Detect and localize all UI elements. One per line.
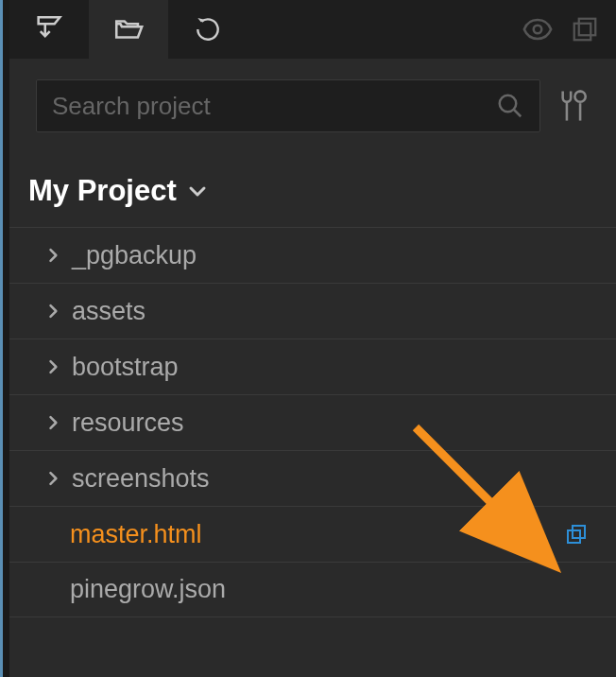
import-button[interactable] — [9, 0, 89, 59]
tree-item-label: resources — [72, 408, 184, 438]
tree-folder-resources[interactable]: resources — [9, 394, 616, 450]
search-row — [9, 59, 616, 148]
refresh-icon — [193, 14, 223, 44]
search-box[interactable] — [36, 79, 540, 132]
settings-button[interactable] — [557, 88, 590, 124]
tree-item-label: master.html — [70, 520, 202, 549]
tree-item-label: pinegrow.json — [70, 575, 226, 604]
svg-rect-8 — [573, 526, 585, 538]
windows-icon[interactable] — [571, 15, 599, 43]
svg-point-0 — [534, 26, 542, 34]
chevron-right-icon — [43, 302, 62, 321]
panel-toolbar — [9, 0, 616, 59]
tree-item-label: screenshots — [72, 464, 210, 494]
search-icon — [496, 92, 524, 120]
svg-point-7 — [574, 91, 585, 101]
project-title: My Project — [28, 174, 177, 208]
search-input[interactable] — [52, 92, 496, 121]
chevron-down-icon — [186, 180, 209, 202]
tree-file-pinegrow-json[interactable]: pinegrow.json — [9, 562, 616, 617]
svg-line-4 — [514, 110, 522, 117]
chevron-right-icon — [43, 413, 62, 432]
svg-rect-1 — [579, 19, 596, 36]
chevron-right-icon — [43, 469, 62, 488]
project-panel: My Project _pgbackup assets bootstrap — [9, 0, 616, 677]
tree-folder-screenshots[interactable]: screenshots — [9, 450, 616, 506]
window-edge — [0, 0, 9, 677]
tree-item-label: bootstrap — [72, 353, 179, 382]
refresh-button[interactable] — [168, 0, 248, 59]
folder-open-icon — [112, 13, 145, 45]
chevron-right-icon — [43, 357, 62, 376]
open-project-button[interactable] — [89, 0, 168, 59]
eye-icon[interactable] — [522, 13, 554, 45]
svg-rect-9 — [568, 530, 580, 543]
svg-point-3 — [500, 95, 517, 113]
tree-file-master-html[interactable]: master.html — [9, 506, 616, 562]
tree-item-label: assets — [72, 297, 145, 326]
project-header[interactable]: My Project — [9, 148, 616, 227]
file-tree: _pgbackup assets bootstrap resources scr — [9, 227, 616, 617]
tree-folder-assets[interactable]: assets — [9, 283, 616, 338]
tools-icon — [557, 88, 590, 124]
import-icon — [33, 13, 65, 45]
tree-item-label: _pgbackup — [72, 241, 197, 270]
svg-rect-2 — [574, 24, 591, 41]
tree-folder-bootstrap[interactable]: bootstrap — [9, 338, 616, 394]
open-duplicate-icon — [565, 523, 588, 546]
tree-folder-pgbackup[interactable]: _pgbackup — [9, 227, 616, 283]
open-duplicate-button[interactable] — [565, 523, 588, 546]
chevron-right-icon — [43, 246, 62, 265]
